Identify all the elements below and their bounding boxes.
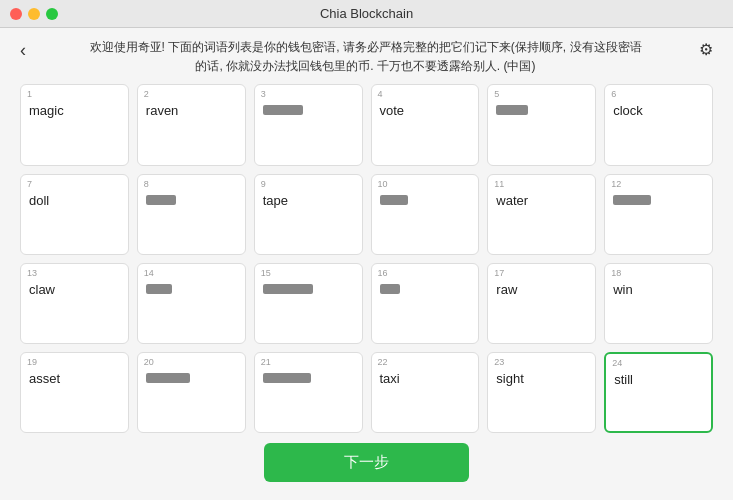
- word-hidden: [146, 284, 172, 294]
- word-text: claw: [29, 282, 120, 297]
- word-number: 7: [27, 179, 32, 189]
- word-hidden: [613, 195, 651, 205]
- word-card-3: 3: [254, 84, 363, 165]
- word-card-5: 5: [487, 84, 596, 165]
- word-number: 18: [611, 268, 621, 278]
- word-text: taxi: [380, 371, 471, 386]
- word-text: clock: [613, 103, 704, 118]
- word-hidden: [380, 284, 400, 294]
- header-line2: 的话, 你就没办法找回钱包里的币. 千万也不要透露给别人.: [195, 59, 500, 73]
- word-number: 14: [144, 268, 154, 278]
- word-card-16: 16: [371, 263, 480, 344]
- word-card-9: 9tape: [254, 174, 363, 255]
- word-hidden: [263, 105, 303, 115]
- word-card-1: 1magic: [20, 84, 129, 165]
- header-line1: 欢迎使用奇亚! 下面的词语列表是你的钱包密语, 请务必严格完整的把它们记下来(保…: [90, 40, 642, 54]
- word-number: 10: [378, 179, 388, 189]
- word-card-15: 15: [254, 263, 363, 344]
- word-number: 17: [494, 268, 504, 278]
- word-number: 23: [494, 357, 504, 367]
- word-text: raw: [496, 282, 587, 297]
- word-number: 20: [144, 357, 154, 367]
- window-controls: [10, 8, 58, 20]
- word-hidden: [263, 284, 313, 294]
- word-hidden: [146, 195, 176, 205]
- word-hidden: [380, 195, 408, 205]
- word-card-7: 7doll: [20, 174, 129, 255]
- word-card-10: 10: [371, 174, 480, 255]
- word-card-11: 11water: [487, 174, 596, 255]
- word-text: doll: [29, 193, 120, 208]
- word-number: 24: [612, 358, 622, 368]
- word-number: 6: [611, 89, 616, 99]
- word-text: tape: [263, 193, 354, 208]
- word-card-6: 6clock: [604, 84, 713, 165]
- word-number: 21: [261, 357, 271, 367]
- word-number: 8: [144, 179, 149, 189]
- word-card-24: 24still: [604, 352, 713, 433]
- word-card-23: 23sight: [487, 352, 596, 433]
- word-number: 16: [378, 268, 388, 278]
- word-card-13: 13claw: [20, 263, 129, 344]
- minimize-button[interactable]: [28, 8, 40, 20]
- window-title: Chia Blockchain: [320, 6, 413, 21]
- word-card-21: 21: [254, 352, 363, 433]
- header-text: 欢迎使用奇亚! 下面的词语列表是你的钱包密语, 请务必严格完整的把它们记下来(保…: [32, 38, 699, 76]
- word-text: win: [613, 282, 704, 297]
- word-number: 5: [494, 89, 499, 99]
- word-number: 4: [378, 89, 383, 99]
- word-hidden: [263, 373, 311, 383]
- titlebar: Chia Blockchain: [0, 0, 733, 28]
- word-number: 2: [144, 89, 149, 99]
- word-text: still: [614, 372, 703, 387]
- word-text: sight: [496, 371, 587, 386]
- word-card-20: 20: [137, 352, 246, 433]
- word-card-12: 12: [604, 174, 713, 255]
- next-button[interactable]: 下一步: [264, 443, 469, 482]
- word-card-4: 4vote: [371, 84, 480, 165]
- word-card-8: 8: [137, 174, 246, 255]
- word-number: 22: [378, 357, 388, 367]
- word-text: raven: [146, 103, 237, 118]
- close-button[interactable]: [10, 8, 22, 20]
- word-hidden: [146, 373, 190, 383]
- word-number: 15: [261, 268, 271, 278]
- word-card-17: 17raw: [487, 263, 596, 344]
- settings-button[interactable]: ⚙: [699, 40, 713, 59]
- word-card-2: 2raven: [137, 84, 246, 165]
- header-locale: (中国): [504, 59, 536, 73]
- word-number: 11: [494, 179, 504, 189]
- word-number: 1: [27, 89, 32, 99]
- word-text: asset: [29, 371, 120, 386]
- main-content: ‹ 欢迎使用奇亚! 下面的词语列表是你的钱包密语, 请务必严格完整的把它们记下来…: [0, 28, 733, 500]
- word-card-18: 18win: [604, 263, 713, 344]
- word-card-19: 19asset: [20, 352, 129, 433]
- word-card-22: 22taxi: [371, 352, 480, 433]
- maximize-button[interactable]: [46, 8, 58, 20]
- word-number: 9: [261, 179, 266, 189]
- header-row: ‹ 欢迎使用奇亚! 下面的词语列表是你的钱包密语, 请务必严格完整的把它们记下来…: [20, 38, 713, 76]
- word-text: vote: [380, 103, 471, 118]
- word-text: water: [496, 193, 587, 208]
- word-number: 19: [27, 357, 37, 367]
- word-number: 13: [27, 268, 37, 278]
- word-card-14: 14: [137, 263, 246, 344]
- back-button[interactable]: ‹: [20, 40, 32, 61]
- word-number: 3: [261, 89, 266, 99]
- word-hidden: [496, 105, 528, 115]
- words-grid: 1magic2raven34vote56clock7doll89tape1011…: [20, 84, 713, 433]
- word-number: 12: [611, 179, 621, 189]
- word-text: magic: [29, 103, 120, 118]
